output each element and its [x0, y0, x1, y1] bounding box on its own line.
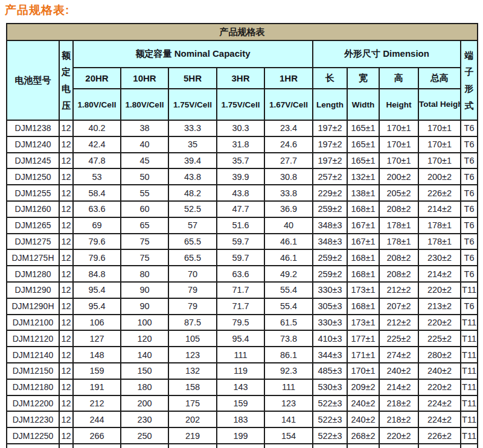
- cell-width: 165±1: [347, 153, 379, 169]
- cell-terminal: T6: [461, 120, 478, 136]
- cell-total-height: 178±1: [418, 217, 461, 234]
- col-group-capacity: 额定容量 Nominal Capacity: [73, 40, 313, 68]
- cell-terminal: T6: [461, 153, 478, 169]
- cell-1hr: 49.2: [264, 266, 313, 282]
- cell-1hr: 123: [264, 395, 313, 412]
- cell-1hr: 73.8: [264, 330, 313, 347]
- cell-1hr: 92.3: [264, 363, 313, 379]
- cell-model: DJM1275: [7, 234, 59, 250]
- cell-length: 229±2: [313, 185, 347, 201]
- cell-width: 209±2: [347, 379, 379, 395]
- cell-width: 168±1: [347, 249, 379, 266]
- cell-model: DJM1280: [7, 266, 59, 282]
- cell-total-height: 226±2: [418, 427, 461, 444]
- cell-20hr: 63.6: [73, 201, 121, 217]
- table-row: DJM1218012191180158143111530±3209±2214±2…: [7, 379, 478, 395]
- cell-height: 170±1: [379, 136, 418, 153]
- cell-20hr: 79.6: [73, 249, 121, 266]
- cell-voltage: 12: [59, 120, 73, 136]
- cell-5hr: 33.3: [168, 120, 217, 136]
- cell-total-height: 170±1: [418, 136, 461, 153]
- cell-10hr: 200: [121, 395, 168, 412]
- cell-width: 168±1: [347, 201, 379, 217]
- cell-width: 168±1: [347, 298, 379, 315]
- cell-3hr: 35.7: [217, 153, 264, 169]
- cell-20hr: 47.8: [73, 153, 121, 169]
- cell-height: 214±2: [379, 379, 418, 395]
- cell-length: 344±3: [313, 347, 347, 363]
- cell-5hr: 87.5: [168, 315, 217, 331]
- table-row: DJM1223012244230202183141522±3240±2218±2…: [7, 411, 478, 427]
- col-header-20hr: 20HR: [73, 68, 121, 89]
- cell-voltage: 12: [59, 201, 73, 217]
- table-row: DJM12801284.8807063.649.2259±2168±1208±2…: [7, 266, 478, 282]
- cell-empty: [264, 444, 313, 448]
- cell-length: 530±3: [313, 379, 347, 395]
- cell-height: 205±2: [379, 185, 418, 201]
- table-row: DJM12901295.4907971.755.4330±3173±1212±2…: [7, 282, 478, 298]
- cell-voltage: 12: [59, 282, 73, 298]
- cell-20hr: 159: [73, 363, 121, 379]
- cell-1hr: 111: [264, 379, 313, 395]
- page-title: 产品规格表:: [5, 2, 69, 18]
- cell-1hr: 23.4: [264, 120, 313, 136]
- cell-total-height: 226±2: [418, 185, 461, 201]
- cell-terminal: T6: [461, 249, 478, 266]
- cell-10hr: 65: [121, 217, 168, 234]
- cell-height: 218±2: [379, 411, 418, 427]
- cell-height: 208±2: [379, 201, 418, 217]
- cell-5hr: 132: [168, 363, 217, 379]
- header-row-groups: 电池型号 额定电压 额定容量 Nominal Capacity 外形尺寸 Dim…: [7, 40, 478, 68]
- cell-model: DJM1250: [7, 168, 59, 185]
- cell-3hr: 71.7: [217, 282, 264, 298]
- cell-1hr: 36.9: [264, 201, 313, 217]
- cell-20hr: 266: [73, 427, 121, 444]
- cell-length: 522±3: [313, 427, 347, 444]
- cell-20hr: 191: [73, 379, 121, 395]
- col-header-1hr: 1HR: [264, 68, 313, 89]
- cell-empty: [313, 444, 347, 448]
- cell-3hr: 143: [217, 379, 264, 395]
- cell-3hr: 199: [217, 427, 264, 444]
- cell-width: 171±1: [347, 347, 379, 363]
- cell-20hr: 212: [73, 395, 121, 412]
- table-row: DJM121201212712010595.473.8410±3177±1225…: [7, 330, 478, 347]
- cell-total-height: 214±2: [418, 266, 461, 282]
- cell-3hr: 51.6: [217, 217, 264, 234]
- cell-model: DJM12180: [7, 379, 59, 395]
- table-row: DJM12651269655751.640348±3167±1178±1178±…: [7, 217, 478, 234]
- cell-height: 220±2: [379, 427, 418, 444]
- cell-model: DJM12140: [7, 347, 59, 363]
- spec-table: 产品规格表 电池型号 额定电压 额定容量 Nominal Capacity 外形…: [6, 23, 478, 448]
- cell-length: 348±3: [313, 234, 347, 250]
- cell-1hr: 86.1: [264, 347, 313, 363]
- cell-3hr: 111: [217, 347, 264, 363]
- table-row: DJM121401214814012311186.1344±3171±1274±…: [7, 347, 478, 363]
- cell-voltage: 12: [59, 411, 73, 427]
- cell-height: 207±2: [379, 298, 418, 315]
- cell-20hr: 127: [73, 330, 121, 347]
- cell-terminal: T11: [461, 395, 478, 412]
- cell-3hr: 63.6: [217, 266, 264, 282]
- product-spec-page: 产品规格表: 产品规格表 电池型号 额定电压 额定容量 Nominal Capa…: [0, 0, 483, 448]
- cell-5hr: 175: [168, 395, 217, 412]
- cell-total-height: 224±2: [418, 395, 461, 412]
- cell-length: 305±3: [313, 298, 347, 315]
- cell-10hr: 180: [121, 379, 168, 395]
- cell-terminal: T6: [461, 201, 478, 217]
- cell-height: 178±1: [379, 234, 418, 250]
- cell-empty: [168, 444, 217, 448]
- cell-3hr: 47.7: [217, 201, 264, 217]
- cell-3hr: 43.8: [217, 185, 264, 201]
- cell-5hr: 105: [168, 330, 217, 347]
- cell-height: 218±2: [379, 395, 418, 412]
- cell-total-height: 213±2: [418, 298, 461, 315]
- cell-20hr: 79.6: [73, 234, 121, 250]
- cell-total-height: 178±1: [418, 234, 461, 250]
- col-header-20hr-cutoff: 1.80V/Cell: [73, 89, 121, 120]
- cell-length: 259±2: [313, 249, 347, 266]
- cell-1hr: 55.4: [264, 298, 313, 315]
- cell-total-height: 200±2: [418, 168, 461, 185]
- cell-model: DJM1290H: [7, 298, 59, 315]
- cell-10hr: 38: [121, 120, 168, 136]
